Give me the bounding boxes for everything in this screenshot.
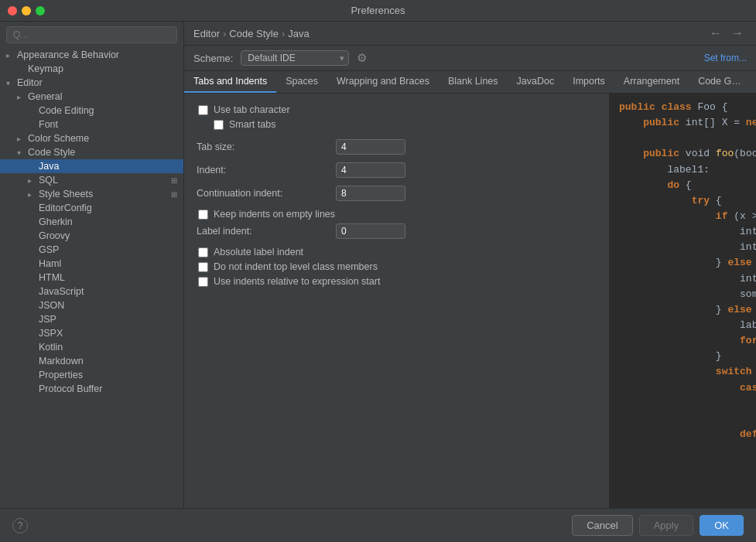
close-button[interactable] [8, 6, 17, 15]
sidebar-item-editor[interactable]: Editor [0, 76, 183, 90]
continuation-indent-row: Continuation indent: [197, 186, 597, 201]
sidebar-item-settings-icon: ⊞ [171, 190, 183, 199]
sidebar-item-sql[interactable]: SQL⊞ [0, 173, 183, 187]
nav-back-button[interactable]: ← [706, 26, 725, 40]
code-preview: public class Foo { public int[] X = new … [610, 94, 756, 508]
tab-imports[interactable]: Imports [563, 71, 614, 93]
sidebar-item-label-groovy: Groovy [39, 230, 183, 241]
code-line: someVariable = x = x + y; [619, 287, 747, 302]
code-line: } [619, 349, 747, 364]
code-line: try { [619, 193, 747, 209]
tab-size-input[interactable] [336, 139, 405, 155]
sidebar-item-haml[interactable]: Haml [0, 257, 183, 271]
continuation-indent-input[interactable] [336, 186, 405, 201]
tab-tabs-indents[interactable]: Tabs and Indents [184, 71, 276, 93]
sidebar-item-label-code-editing: Code Editing [39, 105, 183, 116]
sidebar-item-jspx[interactable]: JSPX [0, 326, 183, 340]
tabs-more-button[interactable]: ▾ [751, 71, 756, 93]
code-line: public class Foo { [619, 100, 747, 115]
tab-javadoc[interactable]: JavaDoc [508, 71, 564, 93]
sidebar-item-kotlin[interactable]: Kotlin [0, 340, 183, 354]
sidebar-item-label-code-style: Code Style [28, 147, 183, 158]
scheme-label: Scheme: [193, 53, 233, 64]
absolute-label-indent-checkbox[interactable] [198, 247, 208, 257]
label-indent-input[interactable] [336, 223, 405, 239]
sidebar-item-java[interactable]: Java [0, 159, 183, 173]
set-from-link[interactable]: Set from... [704, 53, 747, 63]
content-header: Editor › Code Style › Java ← → [184, 22, 756, 46]
window-title: Preferences [351, 5, 405, 16]
tab-wrapping-braces[interactable]: Wrapping and Braces [327, 71, 439, 93]
sidebar-item-label-kotlin: Kotlin [39, 342, 183, 353]
sidebar-item-json[interactable]: JSON [0, 298, 183, 312]
sidebar-item-label-sql: SQL [39, 175, 169, 186]
keep-indents-label: Keep indents on empty lines [214, 209, 335, 220]
code-line: default: [619, 427, 747, 442]
tab-arrangement[interactable]: Arrangement [614, 71, 689, 93]
title-bar: Preferences [0, 0, 756, 22]
code-line: } else if (x < 0) { [619, 255, 747, 271]
label-indent-row: Label indent: [197, 223, 597, 239]
absolute-label-indent-row: Absolute label indent [197, 247, 597, 257]
sidebar-item-label-java: Java [39, 161, 183, 172]
scheme-gear-button[interactable]: ⚙ [357, 51, 367, 65]
keep-indents-checkbox[interactable] [198, 210, 208, 220]
tab-blank-lines[interactable]: Blank Lines [439, 71, 508, 93]
maximize-button[interactable] [36, 6, 45, 15]
nav-forward-button[interactable]: → [728, 26, 747, 40]
sidebar-item-protocol-buffer[interactable]: Protocol Buffer [0, 382, 183, 396]
indent-row: Indent: [197, 162, 597, 178]
tab-spaces[interactable]: Spaces [276, 71, 327, 93]
sidebar-item-editorconfig[interactable]: EditorConfig [0, 201, 183, 215]
indent-input[interactable] [336, 162, 405, 178]
sidebar-item-style-sheets[interactable]: Style Sheets⊞ [0, 187, 183, 201]
ok-button[interactable]: OK [700, 515, 744, 536]
search-input[interactable] [6, 26, 177, 43]
sidebar-item-markdown[interactable]: Markdown [0, 354, 183, 368]
code-line: label1: [619, 162, 747, 178]
sidebar-item-gsp[interactable]: GSP [0, 243, 183, 257]
settings-left: Use tab character Smart tabs Tab size: I… [184, 94, 610, 508]
breadcrumb: Editor › Code Style › Java [193, 28, 310, 39]
sidebar-item-gherkin[interactable]: Gherkin [0, 215, 183, 229]
sidebar-item-groovy[interactable]: Groovy [0, 229, 183, 243]
code-line: for (int i = 0; i < 5; i++) doSom [619, 333, 747, 349]
sidebar-item-label-properties: Properties [39, 370, 183, 380]
sidebar-item-label-markdown: Markdown [39, 356, 183, 366]
sidebar-item-general[interactable]: General [0, 90, 183, 104]
smart-tabs-checkbox[interactable] [214, 120, 224, 130]
minimize-button[interactable] [22, 6, 31, 15]
sidebar-item-label-html: HTML [39, 272, 183, 283]
sidebar-item-jsp[interactable]: JSP [0, 312, 183, 326]
nav-arrows: ← → [706, 26, 747, 40]
sidebar-item-font[interactable]: Font [0, 118, 183, 131]
scheme-select[interactable]: Default IDE Project [241, 50, 349, 66]
sidebar-item-color-scheme[interactable]: Color Scheme [0, 131, 183, 145]
help-button[interactable]: ? [12, 518, 28, 533]
apply-button[interactable]: Apply [639, 515, 694, 536]
sidebar-item-code-style[interactable]: Code Style [0, 145, 183, 159]
use-tab-character-checkbox[interactable] [198, 105, 208, 115]
scheme-select-wrap: Default IDE Project [241, 50, 349, 66]
code-line: int anotherVariable = a ? x : y; [619, 240, 747, 255]
no-indent-top-level-checkbox[interactable] [198, 262, 208, 272]
sidebar-item-keymap[interactable]: Keymap [0, 62, 183, 76]
sidebar-item-label-keymap: Keymap [28, 63, 183, 74]
code-line [619, 131, 747, 146]
sidebar-item-html[interactable]: HTML [0, 271, 183, 285]
sidebar-item-label-general: General [28, 91, 183, 102]
use-indents-relative-checkbox[interactable] [198, 277, 208, 287]
breadcrumb-sep-2: › [282, 28, 285, 39]
code-line: doDefault(); [619, 442, 747, 458]
breadcrumb-editor: Editor [193, 28, 220, 39]
sidebar-item-label-javascript: JavaScript [39, 286, 183, 297]
use-tab-character-label: Use tab character [214, 104, 290, 115]
cancel-button[interactable]: Cancel [572, 515, 632, 536]
sidebar-item-label-font: Font [39, 119, 183, 130]
sidebar-item-appearance-behavior[interactable]: Appearance & Behavior [0, 48, 183, 62]
tab-code-gen[interactable]: Code G… [689, 71, 751, 93]
sidebar-item-code-editing[interactable]: Code Editing [0, 104, 183, 118]
code-line: public int[] X = new int[]{1, 3, 5, 7, 9… [619, 115, 747, 131]
sidebar-item-properties[interactable]: Properties [0, 368, 183, 382]
sidebar-item-javascript[interactable]: JavaScript [0, 285, 183, 298]
